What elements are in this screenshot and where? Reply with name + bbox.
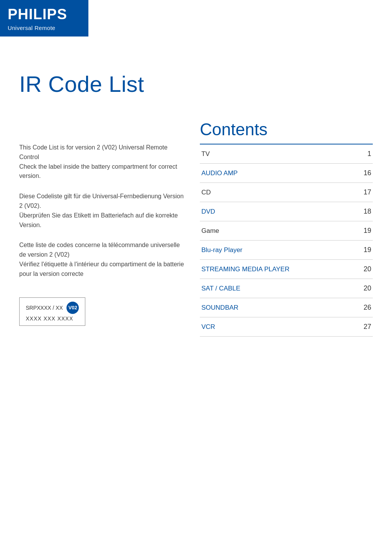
brand-logo: PHILIPS bbox=[8, 7, 81, 22]
contents-item-name: TV bbox=[200, 144, 354, 164]
main-content: IR Code List This Code List is for versi… bbox=[0, 37, 392, 356]
table-row: TV1 bbox=[200, 144, 373, 164]
table-row: Blu-ray Player19 bbox=[200, 241, 373, 260]
right-column: Contents TV1AUDIO AMP16CD17DVD18Game19Bl… bbox=[200, 120, 373, 337]
contents-item-page: 27 bbox=[354, 317, 373, 337]
description-fr: Cette liste de codes concerne la télécom… bbox=[19, 241, 184, 279]
contents-item-name: DVD bbox=[200, 202, 354, 221]
contents-item-name: SAT / CABLE bbox=[200, 279, 354, 298]
contents-title: Contents bbox=[200, 120, 373, 139]
two-column-layout: This Code List is for version 2 (V02) Un… bbox=[19, 120, 373, 337]
table-row: DVD18 bbox=[200, 202, 373, 221]
contents-item-name: VCR bbox=[200, 317, 354, 337]
contents-item-name: STREAMING MEDIA PLAYER bbox=[200, 260, 354, 279]
contents-item-page: 17 bbox=[354, 183, 373, 202]
contents-item-name: CD bbox=[200, 183, 354, 202]
desc-text-de: Diese Codeliste gilt für die Universal-F… bbox=[19, 192, 184, 230]
contents-item-page: 19 bbox=[354, 241, 373, 260]
header: PHILIPS Universal Remote bbox=[0, 0, 88, 37]
table-row: CD17 bbox=[200, 183, 373, 202]
version-box: SRPXXXX / XX V02 XXXX XXX XXXX bbox=[19, 297, 85, 326]
desc-text-fr: Cette liste de codes concerne la télécom… bbox=[19, 241, 184, 279]
contents-table: TV1AUDIO AMP16CD17DVD18Game19Blu-ray Pla… bbox=[200, 144, 373, 337]
version-line2: XXXX XXX XXXX bbox=[26, 315, 79, 322]
contents-item-page: 26 bbox=[354, 298, 373, 317]
description-en: This Code List is for version 2 (V02) Un… bbox=[19, 143, 184, 181]
table-row: SOUNDBAR26 bbox=[200, 298, 373, 317]
version-badge: V02 bbox=[66, 302, 79, 314]
page-title: IR Code List bbox=[19, 71, 373, 97]
contents-item-name: SOUNDBAR bbox=[200, 298, 354, 317]
table-row: STREAMING MEDIA PLAYER20 bbox=[200, 260, 373, 279]
product-subtitle: Universal Remote bbox=[8, 25, 81, 31]
desc-text-en: This Code List is for version 2 (V02) Un… bbox=[19, 143, 184, 181]
table-row: Game19 bbox=[200, 221, 373, 241]
contents-item-page: 18 bbox=[354, 202, 373, 221]
contents-item-page: 16 bbox=[354, 164, 373, 183]
version-prefix: SRPXXXX / XX bbox=[26, 305, 63, 311]
left-column: This Code List is for version 2 (V02) Un… bbox=[19, 120, 184, 337]
contents-item-name: AUDIO AMP bbox=[200, 164, 354, 183]
table-row: SAT / CABLE20 bbox=[200, 279, 373, 298]
contents-item-page: 20 bbox=[354, 279, 373, 298]
contents-item-page: 20 bbox=[354, 260, 373, 279]
description-de: Diese Codeliste gilt für die Universal-F… bbox=[19, 192, 184, 230]
contents-item-name: Blu-ray Player bbox=[200, 241, 354, 260]
contents-item-page: 1 bbox=[354, 144, 373, 164]
contents-item-name: Game bbox=[200, 221, 354, 241]
version-line1: SRPXXXX / XX V02 bbox=[26, 302, 79, 314]
table-row: VCR27 bbox=[200, 317, 373, 337]
table-row: AUDIO AMP16 bbox=[200, 164, 373, 183]
contents-item-page: 19 bbox=[354, 221, 373, 241]
